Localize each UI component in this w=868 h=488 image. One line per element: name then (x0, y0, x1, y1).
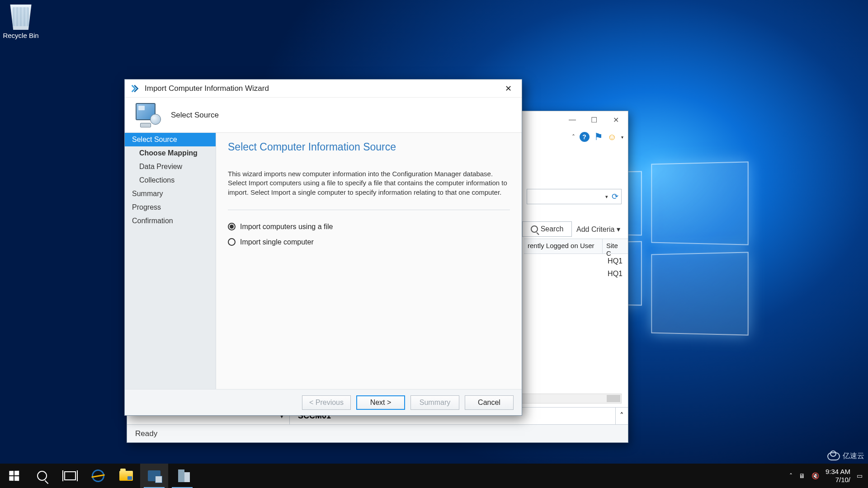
bg-close-button[interactable]: ✕ (605, 113, 626, 127)
help-icon[interactable]: ? (580, 132, 590, 142)
wizard-heading: Select Computer Information Source (228, 141, 510, 153)
step-confirmation[interactable]: Confirmation (125, 214, 216, 228)
step-progress[interactable]: Progress (125, 201, 216, 214)
taskbar-server-manager[interactable] (168, 464, 196, 488)
search-button[interactable]: Search (522, 221, 572, 237)
wizard-banner-label: Select Source (171, 111, 219, 120)
computer-icon (134, 103, 161, 127)
refresh-icon[interactable]: ⟳ (612, 192, 618, 202)
radio-import-file[interactable]: Import computers using a file (228, 223, 510, 231)
task-view-button[interactable] (56, 464, 84, 488)
search-icon (531, 225, 538, 233)
volume-icon[interactable]: 🔇 (811, 472, 819, 479)
feedback-dropdown-icon[interactable]: ▾ (621, 135, 623, 140)
step-summary[interactable]: Summary (125, 187, 216, 201)
taskbar-config-manager[interactable] (140, 464, 168, 488)
cloud-icon (827, 452, 840, 460)
clock-time: 9:34 AM (826, 468, 850, 476)
step-data-preview[interactable]: Data Preview (125, 160, 216, 174)
results-header: rently Logged on User Site C (524, 239, 628, 254)
clock-date: 7/10/ (826, 476, 850, 484)
search-button-label: Search (541, 225, 564, 233)
step-collections[interactable]: Collections (125, 174, 216, 187)
wizard-banner: Select Source (125, 98, 522, 133)
wizard-title: Import Computer Information Wizard (145, 84, 269, 93)
radio-import-single[interactable]: Import single computer (228, 238, 510, 246)
add-criteria-button[interactable]: Add Criteria ▾ (576, 225, 620, 234)
address-dropdown-icon[interactable]: ▾ (605, 194, 608, 200)
col-logged-on-user[interactable]: rently Logged on User (524, 239, 603, 253)
watermark-text: 亿速云 (843, 451, 864, 461)
start-button[interactable] (0, 464, 28, 488)
system-tray: ˄ 🖥 🔇 9:34 AM 7/10/ ▭ (784, 464, 868, 488)
wizard-content: Select Computer Information Source This … (216, 133, 522, 389)
wizard-step-list: Select Source Choose Mapping Data Previe… (125, 133, 216, 389)
radio-import-single-indicator (228, 238, 236, 246)
radio-import-single-label: Import single computer (240, 238, 314, 246)
wizard-close-button[interactable]: ✕ (500, 82, 516, 95)
previous-button: < Previous (302, 395, 351, 410)
wizard-button-row: < Previous Next > Summary Cancel (125, 389, 522, 415)
summary-button: Summary (410, 395, 459, 410)
recycle-bin-icon (8, 5, 33, 30)
horizontal-scrollbar[interactable] (518, 394, 622, 404)
flag-icon[interactable]: ⚑ (594, 131, 603, 143)
row1-site: HQ1 (608, 255, 623, 267)
radio-import-file-label: Import computers using a file (240, 223, 333, 231)
col-site-code[interactable]: Site C (603, 239, 628, 253)
wizard-titlebar[interactable]: Import Computer Information Wizard ✕ (125, 80, 522, 98)
results-site-values: HQ1 HQ1 (608, 255, 623, 280)
step-choose-mapping[interactable]: Choose Mapping (125, 146, 216, 160)
scroll-up-button[interactable]: ˄ (615, 408, 628, 424)
status-text: Ready (135, 429, 157, 438)
bg-maximize-button[interactable]: ☐ (584, 113, 604, 127)
recycle-bin-label: Recycle Bin (3, 32, 39, 39)
wizard-app-icon (130, 84, 140, 94)
taskbar-ie[interactable] (84, 464, 112, 488)
taskbar-search[interactable] (28, 464, 56, 488)
next-button[interactable]: Next > (356, 395, 405, 410)
chevron-up-icon[interactable]: ˄ (572, 133, 575, 141)
tray-overflow-icon[interactable]: ˄ (789, 472, 793, 479)
bg-minimize-button[interactable]: — (562, 113, 583, 127)
taskbar: ˄ 🖥 🔇 9:34 AM 7/10/ ▭ (0, 464, 868, 488)
step-select-source[interactable]: Select Source (125, 133, 216, 146)
wizard-description: This wizard imports new computer informa… (228, 169, 510, 197)
recycle-bin[interactable]: Recycle Bin (3, 5, 39, 39)
action-center-icon[interactable]: ▭ (857, 472, 863, 479)
network-icon[interactable]: 🖥 (799, 472, 805, 479)
import-computer-wizard: Import Computer Information Wizard ✕ Sel… (124, 79, 522, 416)
feedback-smile-icon[interactable]: ☺ (608, 132, 617, 142)
taskbar-clock[interactable]: 9:34 AM 7/10/ (826, 468, 850, 484)
radio-import-file-indicator (228, 223, 236, 230)
address-bar[interactable]: ▾ ⟳ (527, 189, 622, 204)
watermark: 亿速云 (827, 451, 864, 461)
taskbar-file-explorer[interactable] (112, 464, 140, 488)
divider (228, 210, 510, 210)
cancel-button[interactable]: Cancel (465, 395, 514, 410)
row2-site: HQ1 (608, 267, 623, 280)
status-bar: Ready (127, 424, 628, 442)
